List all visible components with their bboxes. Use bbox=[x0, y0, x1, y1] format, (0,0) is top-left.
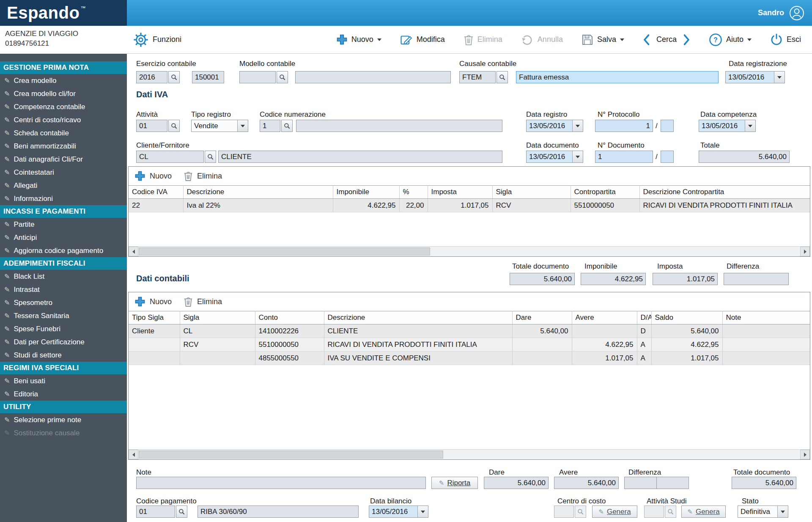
data-registro-field[interactable]: 13/05/2016 bbox=[526, 120, 583, 132]
data-bilancio-dropdown-button[interactable] bbox=[417, 506, 428, 517]
codice-numerazione-search-button[interactable] bbox=[281, 120, 293, 132]
codice-numerazione-descrizione-field[interactable] bbox=[296, 120, 502, 132]
causale-codice-field[interactable]: FTEM bbox=[459, 71, 496, 83]
iva-nuovo-button[interactable]: Nuovo bbox=[134, 170, 172, 181]
funzioni-button[interactable]: Funzioni bbox=[133, 32, 181, 48]
esci-button[interactable]: Esci bbox=[770, 33, 801, 46]
chevron-left-icon[interactable] bbox=[643, 34, 650, 46]
sidebar-item-editoria[interactable]: ✎Editoria bbox=[0, 387, 127, 401]
modello-search-button[interactable] bbox=[277, 71, 288, 83]
riepilogo-totale-documento-field: 5.640,00 bbox=[510, 273, 575, 285]
causale-search-button[interactable] bbox=[497, 71, 508, 83]
cliente-fornitore-codice-field[interactable]: CL bbox=[136, 151, 204, 163]
note-field[interactable] bbox=[136, 477, 426, 489]
cliente-fornitore-search-button[interactable] bbox=[205, 151, 216, 163]
cell-sigla bbox=[180, 352, 255, 365]
sidebar-item-spesometro[interactable]: ✎Spesometro bbox=[0, 296, 127, 309]
sidebar-item-intrastat[interactable]: ✎Intrastat bbox=[0, 283, 127, 296]
differenza-field-2 bbox=[656, 477, 689, 489]
n-documento-bis-field[interactable] bbox=[661, 151, 674, 163]
scroll-right-arrow[interactable] bbox=[800, 450, 810, 459]
sidebar-item-scheda-contabile[interactable]: ✎Scheda contabile bbox=[0, 126, 127, 140]
modifica-button[interactable]: Modifica bbox=[400, 34, 445, 46]
riporta-button[interactable]: ✎ Riporta bbox=[431, 477, 478, 489]
sidebar-item-anticipi[interactable]: ✎Anticipi bbox=[0, 231, 127, 244]
data-registrazione-dropdown-button[interactable] bbox=[774, 71, 785, 83]
sidebar-item-allegati[interactable]: ✎Allegati bbox=[0, 179, 127, 192]
contabili-horizontal-scrollbar[interactable] bbox=[129, 449, 810, 459]
modello-descrizione-field[interactable] bbox=[295, 71, 451, 83]
cerca-label[interactable]: Cerca bbox=[656, 35, 677, 44]
cliente-fornitore-descrizione-field[interactable]: CLIENTE bbox=[218, 151, 502, 163]
data-competenza-field[interactable]: 13/05/2016 bbox=[699, 120, 756, 132]
scroll-track[interactable] bbox=[138, 450, 800, 459]
salva-button[interactable]: Salva bbox=[582, 34, 624, 46]
codice-pagamento-field[interactable]: 01 bbox=[136, 506, 175, 518]
sidebar-item-label: Centri di costo/ricavo bbox=[14, 116, 81, 124]
data-documento-dropdown-button[interactable] bbox=[572, 151, 583, 162]
riepilogo-differenza-field bbox=[724, 273, 789, 285]
sidebar-item-competenza-contabile[interactable]: ✎Competenza contabile bbox=[0, 100, 127, 113]
scroll-thumb[interactable] bbox=[139, 247, 430, 256]
codice-pagamento-search-button[interactable] bbox=[176, 506, 187, 518]
sidebar-item-cointestatari[interactable]: ✎Cointestatari bbox=[0, 166, 127, 179]
esercizio-anno-field[interactable]: 2016 bbox=[136, 71, 167, 83]
modello-codice-field[interactable] bbox=[239, 71, 276, 83]
data-registrazione-label: Data registrazione bbox=[729, 60, 787, 68]
n-protocollo-bis-field[interactable] bbox=[661, 120, 674, 132]
sidebar-item-informazioni[interactable]: ✎Informazioni bbox=[0, 192, 127, 205]
iva-elimina-button[interactable]: Elimina bbox=[184, 170, 222, 181]
codice-numerazione-field[interactable]: 1 bbox=[260, 120, 280, 132]
data-registrazione-field[interactable]: 13/05/2016 bbox=[725, 71, 785, 83]
centro-di-costo-genera-button[interactable]: ✎ Genera bbox=[592, 506, 637, 518]
sidebar-item-crea-modello-cli-for[interactable]: ✎Crea modello cli/for bbox=[0, 87, 127, 100]
contabili-table-row[interactable]: 4855000550 IVA SU VENDITE E COMPENSI 1.0… bbox=[129, 352, 810, 365]
attivita-search-button[interactable] bbox=[168, 120, 180, 132]
attivita-field[interactable]: 01 bbox=[136, 120, 167, 132]
tipo-registro-select[interactable]: Vendite bbox=[191, 120, 248, 132]
sidebar-item-partite[interactable]: ✎Partite bbox=[0, 218, 127, 231]
esercizio-codice-field[interactable]: 150001 bbox=[192, 71, 224, 83]
sidebar-item-aggiorna-codice-pagamento[interactable]: ✎Aggiorna codice pagamento bbox=[0, 244, 127, 257]
scroll-right-arrow[interactable] bbox=[800, 247, 810, 256]
iva-horizontal-scrollbar[interactable] bbox=[129, 246, 810, 256]
sidebar-item-studi-di-settore[interactable]: ✎Studi di settore bbox=[0, 349, 127, 362]
data-bilancio-field[interactable]: 13/05/2016 bbox=[369, 506, 428, 518]
sidebar-item-dati-anagrafici-cli-for[interactable]: ✎Dati anagrafici Cli/For bbox=[0, 153, 127, 166]
user-avatar-icon[interactable] bbox=[789, 5, 804, 21]
scroll-track[interactable] bbox=[138, 247, 800, 256]
causale-descrizione-field[interactable]: Fattura emessa bbox=[516, 71, 719, 83]
aiuto-button[interactable]: Aiuto bbox=[709, 33, 752, 47]
scroll-left-arrow[interactable] bbox=[129, 450, 138, 459]
n-protocollo-field[interactable]: 1 bbox=[595, 120, 653, 132]
n-documento-field[interactable]: 1 bbox=[595, 151, 653, 163]
sidebar-item-centri-di-costo-ricavo[interactable]: ✎Centri di costo/ricavo bbox=[0, 113, 127, 126]
nuovo-button[interactable]: Nuovo bbox=[336, 34, 381, 45]
stato-select[interactable]: Definitiva bbox=[738, 506, 788, 518]
codice-pagamento-descrizione-field[interactable]: RIBA 30/60/90 bbox=[198, 506, 359, 518]
sidebar-item-beni-usati[interactable]: ✎Beni usati bbox=[0, 374, 127, 387]
data-documento-field[interactable]: 13/05/2016 bbox=[526, 151, 583, 163]
esercizio-search-button[interactable] bbox=[168, 71, 180, 83]
sidebar-item-beni-ammortizzabili[interactable]: ✎Beni ammortizzabili bbox=[0, 140, 127, 153]
sidebar-item-crea-modello[interactable]: ✎Crea modello bbox=[0, 74, 127, 87]
sidebar-item-dati-per-certificazione[interactable]: ✎Dati per Certificazione bbox=[0, 335, 127, 349]
iva-table-row[interactable]: 22 Iva al 22% 4.622,95 22,00 1.017,05 RC… bbox=[129, 199, 810, 212]
tipo-registro-dropdown-button[interactable] bbox=[237, 120, 248, 132]
scroll-thumb[interactable] bbox=[139, 451, 443, 459]
data-registro-dropdown-button[interactable] bbox=[572, 120, 583, 132]
sidebar-item-black-list[interactable]: ✎Black List bbox=[0, 270, 127, 283]
scroll-left-arrow[interactable] bbox=[129, 247, 138, 256]
sidebar-item-spese-funebri[interactable]: ✎Spese Funebri bbox=[0, 322, 127, 335]
contabili-nuovo-button[interactable]: Nuovo bbox=[134, 296, 172, 307]
contabili-table-row[interactable]: Cliente CL 1410002226 CLIENTE 5.640,00 D… bbox=[129, 324, 810, 338]
data-competenza-dropdown-button[interactable] bbox=[745, 120, 755, 132]
attivita-studi-genera-button[interactable]: ✎ Genera bbox=[681, 506, 726, 518]
sidebar-item-tessera-sanitaria[interactable]: ✎Tessera Sanitaria bbox=[0, 309, 127, 322]
totale-field[interactable]: 5.640,00 bbox=[699, 151, 790, 163]
sidebar-item-selezione-prime-note[interactable]: ✎Selezione prime note bbox=[0, 413, 127, 426]
contabili-table-row[interactable]: RCV 5510000050 RICAVI DI VENDITA PRODOTT… bbox=[129, 338, 810, 352]
stato-dropdown-button[interactable] bbox=[777, 506, 788, 517]
contabili-elimina-button[interactable]: Elimina bbox=[184, 296, 222, 307]
chevron-right-icon[interactable] bbox=[683, 34, 690, 46]
